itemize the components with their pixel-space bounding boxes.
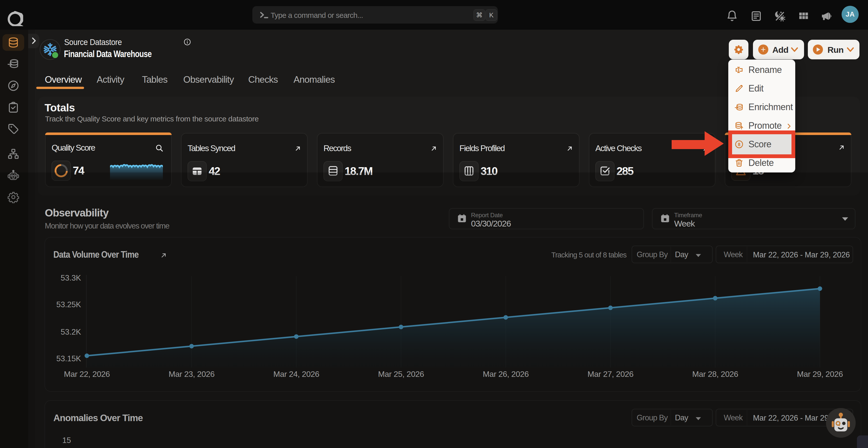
svg-text:8: 8 <box>738 142 740 147</box>
